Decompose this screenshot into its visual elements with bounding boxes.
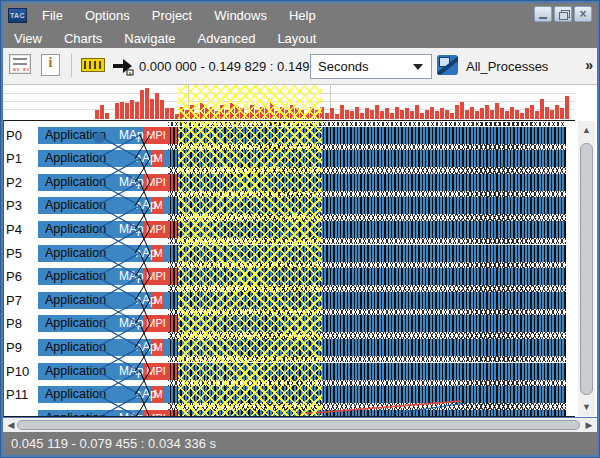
overlap-label: MAp [119,411,144,417]
histogram-bar [430,107,434,119]
process-label: P5 [6,246,38,261]
application-label: Application [45,364,106,378]
process-label: P8 [6,316,38,331]
histogram-bar [495,103,499,119]
process-bar: ApplicationʌApM [38,245,566,262]
menu-navigate[interactable]: Navigate [113,29,186,48]
menu-windows[interactable]: Windows [203,6,278,25]
histogram-bar [130,100,134,119]
event-density-overlay [170,268,566,285]
vertical-scrollbar-thumb[interactable] [580,143,593,395]
svg-text:B: B [129,71,132,76]
histogram-bar [525,108,529,119]
overlap-label: MAp [119,316,144,330]
histogram-bar [205,108,209,119]
vertical-scrollbar[interactable]: ▲ ▼ [578,121,595,416]
histogram-bar [325,113,329,119]
menu-layout[interactable]: Layout [266,29,327,48]
application-label: Application [45,293,106,307]
chart-settings-icon[interactable]: av av [9,54,31,74]
histogram-bar [500,108,504,119]
process-bar: ApplicationMApMPI [38,268,566,285]
histogram-bar [115,103,119,119]
overlap-label: ʌAp [136,151,157,165]
event-density-overlay [170,221,566,238]
application-label: Application [45,128,106,142]
process-scope-label[interactable]: All_Processes [466,59,548,74]
menu-file[interactable]: File [31,6,74,25]
mpi-segment: MPI [143,363,169,380]
mpi-segment: MPI [143,315,169,332]
histogram-bar [380,111,384,119]
close-button[interactable]: × [574,6,592,22]
menu-help[interactable]: Help [278,6,327,25]
mpi-segment: MPI [143,127,169,144]
message-mesh [168,403,566,410]
menu-project[interactable]: Project [141,6,203,25]
goto-time-icon[interactable]: B [111,56,135,80]
unit-dropdown[interactable]: Seconds [310,54,432,79]
message-mesh [168,144,566,151]
minimize-icon [539,17,547,19]
scroll-down-icon[interactable]: ▼ [578,402,595,412]
histogram-bar [390,113,394,119]
histogram-bar [120,102,124,119]
histogram-bar [540,99,544,119]
message-mesh [168,122,566,126]
application-label: Application [45,222,106,236]
horizontal-scrollbar-thumb[interactable] [17,420,580,430]
histogram-bar [355,107,359,119]
histogram-bar [395,107,399,119]
overlap-label: MAp [119,222,144,236]
event-density-overlay [170,292,566,309]
menu-options[interactable]: Options [74,6,141,25]
minimize-button[interactable] [534,6,552,22]
histogram-bar [455,105,459,119]
histogram-bar [140,90,144,119]
process-label: P6 [6,269,38,284]
histogram-bar [220,105,224,119]
histogram-bar [255,110,259,119]
scroll-up-icon[interactable]: ▲ [578,125,595,135]
process-bar: ApplicationʌApM [38,386,566,403]
message-mesh [168,332,566,339]
histogram-bar [420,113,424,119]
histogram-bar [285,110,289,119]
histogram-bar [470,107,474,119]
process-label: P3 [6,198,38,213]
histogram-bar [190,105,194,119]
histogram-bar [310,107,314,119]
histogram-bar [530,105,534,119]
histogram-bar [445,110,449,119]
timeline-chart[interactable]: P0ApplicationMApMPIP1ApplicationʌApMP2Ap… [3,120,575,417]
process-bar: ApplicationMApMPI [38,410,566,417]
histogram-bar [520,113,524,119]
scroll-right-icon[interactable]: ▶ [584,420,594,430]
application-label: Application [45,411,106,417]
trace-info-icon[interactable]: i [41,54,60,76]
menu-charts[interactable]: Charts [53,29,113,48]
menu-advanced[interactable]: Advanced [187,29,267,48]
message-mesh [168,285,566,292]
scroll-left-icon[interactable]: ◀ [6,420,16,430]
event-density-overlay [170,315,566,332]
histogram-bar [260,107,264,119]
event-density-overlay [170,245,566,262]
toolbar-overflow-chevron[interactable]: » [585,57,593,73]
histogram-bar [320,107,324,119]
horizontal-scrollbar[interactable]: ◀ ▶ [3,418,597,432]
menu-view[interactable]: View [3,29,53,48]
mpi-segment: MPI [143,268,169,285]
process-aggregation-icon[interactable] [437,55,458,75]
histogram-bar [370,110,374,119]
menu-bar-2: View Charts Navigate Advanced Layout [3,28,597,48]
timeline-histogram[interactable] [3,85,597,120]
event-density-overlay [170,150,566,167]
restore-button[interactable] [554,6,572,22]
histogram-bar [480,108,484,119]
chevron-down-icon [413,64,423,70]
mpi-segment: MPI [143,174,169,191]
frame-tape-icon[interactable] [81,58,105,72]
menu-zone: TAC File Options Project Windows Help × … [3,3,597,48]
histogram-bar [365,108,369,119]
